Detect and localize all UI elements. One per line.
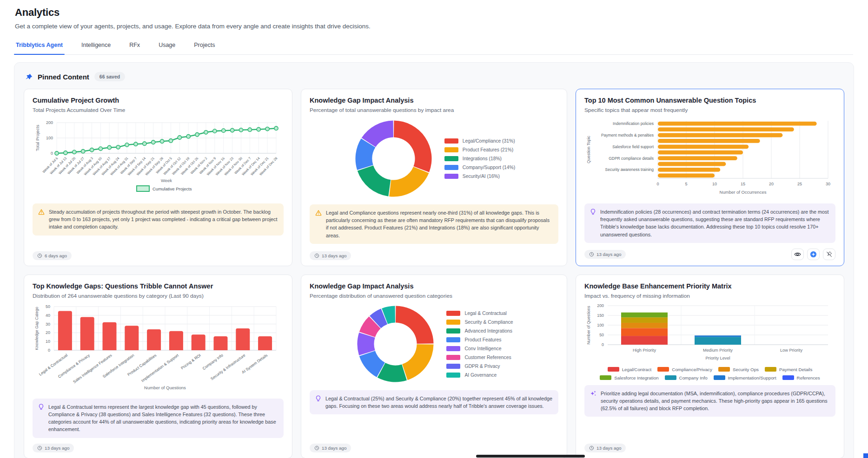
bar-chart: 01020304050Legal & ContractualCompliance… [33, 303, 284, 394]
card-footer: 13 days ago [310, 246, 558, 260]
legend-item: Salesforce Integration [600, 375, 658, 380]
svg-text:5: 5 [685, 182, 687, 186]
card-top-knowledge-gaps[interactable]: Top Knowledge Gaps: Questions Tribble Ca… [24, 275, 292, 458]
svg-text:Salesforce field support: Salesforce field support [612, 144, 654, 149]
pinned-content-header: Pinned Content 66 saved [24, 70, 844, 89]
annotation-insight: Legal & Contractual (25%) and Security &… [310, 390, 558, 414]
svg-text:50: 50 [599, 333, 604, 337]
svg-text:30: 30 [826, 182, 830, 186]
tab-bar: Tribblytics Agent Intelligence RFx Usage… [15, 41, 853, 55]
clock-icon [589, 445, 594, 451]
unpin-button[interactable] [823, 249, 835, 260]
svg-text:Week: Week [161, 178, 172, 183]
legend-item: Integrations (18%) [444, 156, 515, 161]
timestamp-pill: 6 days ago [33, 251, 72, 260]
stacked-bar-chart: 050100150200High PriorityMedium Priority… [584, 303, 835, 380]
svg-text:High Priority: High Priority [633, 348, 656, 353]
sparkles-icon [590, 390, 596, 412]
svg-text:0: 0 [51, 151, 53, 156]
card-footer: 13 days ago [33, 438, 284, 452]
annotation-text: Steady accumulation of projects througho… [49, 208, 278, 231]
svg-text:Security awareness training: Security awareness training [605, 167, 654, 172]
card-kb-enhancement-priority-matrix[interactable]: Knowledge Base Enhancement Priority Matr… [576, 275, 844, 458]
ai-theme-button[interactable] [807, 249, 820, 260]
donut-chart: Legal/Compliance (31%)Product Features (… [310, 117, 558, 200]
svg-text:200: 200 [597, 303, 604, 308]
card-footer: 6 days ago [33, 246, 284, 260]
card-title: Top Knowledge Gaps: Questions Tribble Ca… [33, 282, 284, 290]
lightbulb-icon [315, 395, 321, 410]
svg-text:Total Projects: Total Projects [35, 124, 40, 151]
annotation-text: Legal & Contractual (25%) and Security &… [325, 395, 553, 410]
card-actions [791, 249, 835, 260]
lightbulb-icon [590, 209, 596, 238]
svg-text:50: 50 [46, 304, 50, 309]
svg-text:30: 30 [46, 321, 50, 326]
annotation-text: Indemnification policies (28 occurrences… [600, 208, 830, 238]
view-button[interactable] [791, 249, 804, 260]
svg-text:150: 150 [597, 313, 604, 318]
tab-intelligence[interactable]: Intelligence [80, 41, 112, 54]
clock-icon [314, 445, 319, 451]
annotation-ai: Prioritize adding legal documentation (M… [584, 385, 835, 417]
legend-item: Customer References [446, 355, 513, 360]
pushpin-icon [25, 73, 33, 81]
svg-text:15: 15 [741, 182, 745, 186]
pushpin-slash-icon [826, 251, 833, 258]
donut-legend: Legal & ContractualSecurity & Compliance… [446, 311, 513, 378]
card-top-10-unanswerable-topics[interactable]: Top 10 Most Common Unanswerable Question… [576, 89, 844, 266]
card-subtitle: Distribution of 264 unanswerable questio… [33, 293, 284, 299]
svg-text:40: 40 [46, 313, 50, 318]
svg-text:20: 20 [769, 182, 774, 186]
tab-rfx[interactable]: RFx [128, 41, 141, 54]
card-subtitle: Specific topics that appear most frequen… [584, 107, 835, 113]
timestamp-pill: 13 days ago [33, 444, 74, 452]
page-title: Analytics [15, 7, 853, 19]
svg-text:Pricing & ROI: Pricing & ROI [180, 353, 202, 370]
svg-text:Question Topic: Question Topic [586, 136, 591, 164]
tab-usage[interactable]: Usage [158, 41, 176, 54]
eye-icon [794, 251, 801, 257]
donut-chart: Legal & ContractualSecurity & Compliance… [310, 303, 558, 386]
card-subtitle: Percentage of total unanswerable questio… [310, 107, 558, 113]
legend-item: AI Governance [446, 373, 513, 378]
timestamp-pill: 13 days ago [584, 444, 626, 452]
timestamp-pill: 13 days ago [310, 251, 351, 260]
svg-text:Number of Occurrences: Number of Occurrences [720, 190, 767, 195]
svg-text:Medium Priority: Medium Priority [703, 348, 733, 353]
warning-icon [38, 209, 45, 231]
legend-item: Payment Details [765, 367, 812, 372]
card-knowledge-gap-impact-analysis-2[interactable]: Knowledge Gap Impact Analysis Percentage… [301, 275, 567, 458]
horizontal-scrollbar-thumb[interactable] [476, 455, 585, 458]
legend-item: Legal & Contractual [446, 311, 513, 316]
svg-text:10: 10 [46, 339, 50, 344]
legend-item: Product Features (21%) [444, 147, 515, 152]
svg-text:0: 0 [656, 182, 659, 186]
pinned-cards-grid: Cumulative Project Growth Total Projects… [24, 89, 844, 458]
svg-text:Number of Questions: Number of Questions [144, 385, 186, 390]
card-subtitle: Impact vs. frequency of missing informat… [584, 293, 835, 299]
tab-tribblytics-agent[interactable]: Tribblytics Agent [15, 41, 64, 54]
legend-item: Conv Intelligence [446, 346, 513, 351]
clock-icon [314, 253, 319, 258]
svg-text:Implementation & Support: Implementation & Support [140, 353, 180, 383]
svg-text:10: 10 [712, 182, 717, 186]
pinned-content-title: Pinned Content [38, 73, 89, 81]
card-knowledge-gap-impact-analysis-1[interactable]: Knowledge Gap Impact Analysis Percentage… [301, 89, 567, 266]
legend-item: Product Features [446, 337, 513, 342]
legend-item: Implementation/Support [714, 375, 776, 380]
lightbulb-icon [38, 404, 44, 433]
card-cumulative-project-growth[interactable]: Cumulative Project Growth Total Projects… [24, 89, 292, 266]
svg-text:Payment methods & penalties: Payment methods & penalties [601, 133, 654, 137]
card-footer: 13 days ago [584, 438, 835, 452]
card-subtitle: Total Projects Accumulated Over Time [33, 107, 284, 113]
annotation-text: Legal and Compliance questions represent… [326, 209, 553, 239]
browser-corner-artifact [863, 453, 868, 458]
svg-text:Company Info: Company Info [202, 353, 224, 371]
svg-text:100: 100 [46, 136, 53, 140]
legend-item: Company/Support (14%) [444, 165, 515, 170]
stacked-legend: Legal/ContractCompliance/PrivacySecurity… [593, 367, 828, 380]
card-title: Knowledge Base Enhancement Priority Matr… [584, 282, 835, 290]
tab-projects[interactable]: Projects [193, 41, 216, 54]
legend-item: Security/AI (16%) [444, 174, 515, 179]
